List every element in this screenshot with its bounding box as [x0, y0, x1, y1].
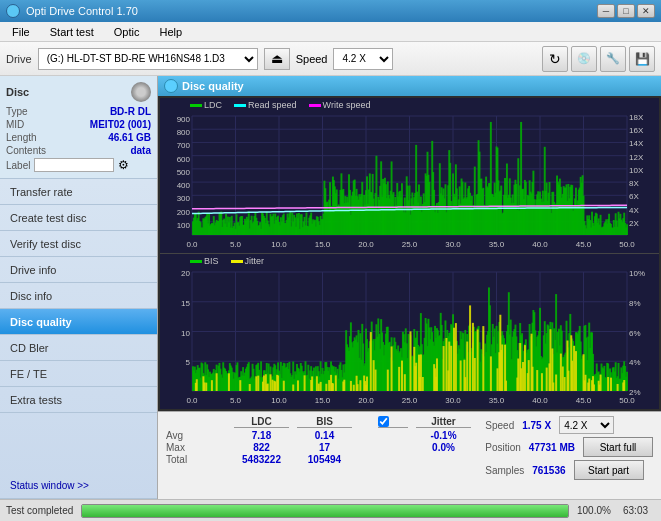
- close-button[interactable]: ✕: [637, 4, 655, 18]
- menu-bar: File Start test Optic Help: [0, 22, 661, 42]
- progress-track: [81, 504, 569, 518]
- disc-panel: Disc Type BD-R DL MID MEIT02 (001) Lengt…: [0, 76, 157, 179]
- top-chart: [160, 98, 659, 253]
- sidebar-item-cd-bler[interactable]: CD Bler: [0, 335, 157, 361]
- sidebar-item-disc-info[interactable]: Disc info: [0, 283, 157, 309]
- jitter-checkbox[interactable]: [378, 416, 389, 427]
- stats-right: Speed 1.75 X 4.2 X Position 47731 MB Sta…: [485, 416, 653, 480]
- disc-type-value: BD-R DL: [110, 106, 151, 117]
- legend-ldc: LDC: [204, 100, 222, 110]
- content-area: Disc quality LDC Read speed: [158, 76, 661, 499]
- disc-length-value: 46.61 GB: [108, 132, 151, 143]
- disc-contents-label: Contents: [6, 145, 46, 156]
- chart2-legend: BIS Jitter: [190, 256, 264, 266]
- app-title: Opti Drive Control 1.70: [26, 5, 138, 17]
- title-bar-buttons: ─ □ ✕: [597, 4, 655, 18]
- eject-button[interactable]: ⏏: [264, 48, 290, 70]
- position-value: 47731 MB: [529, 442, 575, 453]
- sidebar-item-fe-te[interactable]: FE / TE: [0, 361, 157, 387]
- maximize-button[interactable]: □: [617, 4, 635, 18]
- menu-optic[interactable]: Optic: [106, 24, 148, 40]
- sidebar-item-transfer-rate[interactable]: Transfer rate: [0, 179, 157, 205]
- status-window-btn[interactable]: Status window >>: [0, 473, 157, 499]
- stats-avg-bis: 0.14: [297, 430, 352, 441]
- speed-label: Speed: [296, 53, 328, 65]
- title-bar-left: Opti Drive Control 1.70: [6, 4, 138, 18]
- disc-icon-btn[interactable]: 💿: [571, 46, 597, 72]
- disc-length-label: Length: [6, 132, 37, 143]
- disc-contents-row: Contents data: [6, 145, 151, 156]
- speed-select[interactable]: 4.2 X: [333, 48, 393, 70]
- disc-mid-label: MID: [6, 119, 24, 130]
- progress-bar-container: Test completed 100.0% 63:03: [0, 499, 661, 521]
- stats-jitter-header: Jitter: [416, 416, 471, 428]
- position-label: Position: [485, 442, 521, 453]
- disc-label-row: Label ⚙: [6, 158, 151, 172]
- stats-table: LDC BIS Jitter Avg 7.18 0.14 -0.1%: [166, 416, 473, 466]
- content-title: Disc quality: [182, 80, 244, 92]
- legend-jitter: Jitter: [245, 256, 265, 266]
- stats-bis-header: BIS: [297, 416, 352, 428]
- legend-bis: BIS: [204, 256, 219, 266]
- disc-icon: [131, 82, 151, 102]
- stats-max-label: Max: [166, 442, 226, 453]
- disc-mid-row: MID MEIT02 (001): [6, 119, 151, 130]
- disc-mid-value: MEIT02 (001): [90, 119, 151, 130]
- stats-avg-ldc: 7.18: [234, 430, 289, 441]
- stats-total-label: Total: [166, 454, 226, 465]
- speed-label-stat: Speed: [485, 420, 514, 431]
- menu-file[interactable]: File: [4, 24, 38, 40]
- samples-value: 761536: [532, 465, 565, 476]
- start-full-button[interactable]: Start full: [583, 437, 653, 457]
- progress-percent: 100.0%: [577, 505, 615, 516]
- refresh-icon[interactable]: ↻: [542, 46, 568, 72]
- drive-label: Drive: [6, 53, 32, 65]
- disc-type-row: Type BD-R DL: [6, 106, 151, 117]
- toolbar: Drive (G:) HL-DT-ST BD-RE WH16NS48 1.D3 …: [0, 42, 661, 76]
- stats-avg-jitter: -0.1%: [416, 430, 471, 441]
- app-icon: [6, 4, 20, 18]
- stats-ldc-header: LDC: [234, 416, 289, 428]
- sidebar-item-create-test-disc[interactable]: Create test disc: [0, 205, 157, 231]
- stats-max-jitter: 0.0%: [416, 442, 471, 453]
- start-part-button[interactable]: Start part: [574, 460, 644, 480]
- speed-select-stat[interactable]: 4.2 X: [559, 416, 614, 434]
- disc-type-label: Type: [6, 106, 28, 117]
- sidebar-item-verify-test-disc[interactable]: Verify test disc: [0, 231, 157, 257]
- disc-header: Disc: [6, 82, 151, 102]
- title-bar: Opti Drive Control 1.70 ─ □ ✕: [0, 0, 661, 22]
- speed-value-stat: 1.75 X: [522, 420, 551, 431]
- chart1-legend: LDC Read speed Write speed: [190, 100, 370, 110]
- legend-read-speed: Read speed: [248, 100, 297, 110]
- disc-label-label: Label: [6, 160, 30, 171]
- sidebar-item-extra-tests[interactable]: Extra tests: [0, 387, 157, 413]
- menu-start-test[interactable]: Start test: [42, 24, 102, 40]
- progress-time: 63:03: [623, 505, 655, 516]
- legend-write-speed: Write speed: [323, 100, 371, 110]
- drive-select[interactable]: (G:) HL-DT-ST BD-RE WH16NS48 1.D3: [38, 48, 258, 70]
- stats-total-ldc: 5483222: [234, 454, 289, 465]
- stats-bar: LDC BIS Jitter Avg 7.18 0.14 -0.1%: [158, 411, 661, 499]
- settings-icon[interactable]: 🔧: [600, 46, 626, 72]
- bottom-chart: [160, 254, 659, 409]
- disc-contents-value: data: [130, 145, 151, 156]
- save-icon[interactable]: 💾: [629, 46, 655, 72]
- disc-label-input[interactable]: [34, 158, 114, 172]
- stats-max-bis: 17: [297, 442, 352, 453]
- sidebar-item-drive-info[interactable]: Drive info: [0, 257, 157, 283]
- stats-total-jitter: [416, 454, 471, 465]
- sidebar: Disc Type BD-R DL MID MEIT02 (001) Lengt…: [0, 76, 158, 499]
- stats-total-bis: 105494: [297, 454, 352, 465]
- toolbar-icons: ↻ 💿 🔧 💾: [542, 46, 655, 72]
- minimize-button[interactable]: ─: [597, 4, 615, 18]
- label-edit-icon[interactable]: ⚙: [118, 158, 129, 172]
- progress-fill: [82, 505, 568, 517]
- sidebar-item-disc-quality[interactable]: Disc quality: [0, 309, 157, 335]
- content-header-icon: [164, 79, 178, 93]
- stats-max-ldc: 822: [234, 442, 289, 453]
- stats-avg-label: Avg: [166, 430, 226, 441]
- samples-label: Samples: [485, 465, 524, 476]
- menu-help[interactable]: Help: [151, 24, 190, 40]
- content-header: Disc quality: [158, 76, 661, 96]
- main-layout: Disc Type BD-R DL MID MEIT02 (001) Lengt…: [0, 76, 661, 499]
